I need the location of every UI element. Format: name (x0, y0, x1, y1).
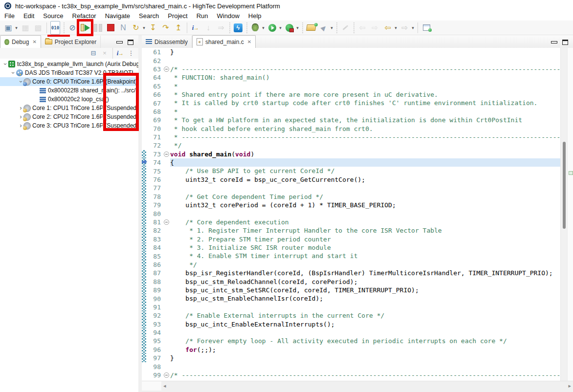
dropdown-caret-icon[interactable]: ▾ (295, 25, 300, 30)
fold-collapse-icon[interactable] (164, 152, 169, 157)
forward-button[interactable]: ⇨▾ (398, 22, 416, 34)
dropdown-caret-icon[interactable]: ▾ (261, 25, 265, 30)
code-line[interactable]: 97} (142, 354, 560, 362)
vertical-scrollbar[interactable] (560, 48, 567, 381)
code-line[interactable]: 92 /* Enable External interrupts in the … (142, 311, 560, 320)
instruction-stepping-button[interactable]: i→ (115, 48, 126, 58)
horizontal-scrollbar[interactable]: ◂ ▸ (161, 381, 573, 391)
code-line[interactable]: 75 /* Use BSP API to get current CoreId … (142, 167, 560, 175)
code-line[interactable]: 78 /* Get Core dependent Time period */ (142, 193, 560, 201)
debug-button[interactable]: ▾ (249, 22, 266, 34)
menu-project[interactable]: Project (163, 12, 192, 21)
breakpoint-ruler[interactable] (142, 243, 146, 252)
tab-disassembly[interactable]: Disassembly (142, 36, 192, 48)
external-tools-button[interactable]: ▶▾ (317, 22, 334, 34)
breakpoint-ruler[interactable] (142, 90, 146, 99)
menu-source[interactable]: Source (39, 12, 67, 21)
breakpoint-ruler[interactable] (142, 252, 146, 260)
code-line[interactable]: 76 uint32_t coreId = bsp_uc_core_GetCurr… (142, 175, 560, 184)
tree-expander-icon[interactable]: › (2, 61, 9, 67)
core2-node[interactable]: ›Core 2: CPU2 TriCore 1.6P(Suspended) (0, 112, 138, 121)
code-line[interactable]: 71 * -----------------------------------… (142, 133, 560, 141)
scroll-left-arrow-icon[interactable]: ◂ (163, 383, 166, 389)
breakpoint-ruler[interactable] (142, 150, 146, 158)
run-button[interactable]: ▾ (266, 22, 283, 34)
pin-editor-button[interactable] (420, 22, 433, 34)
minimize-icon[interactable] (116, 41, 123, 44)
code-line[interactable]: 95 /* Forever empty loop - All activity … (142, 337, 560, 345)
fold-collapse-icon[interactable] (164, 219, 169, 225)
source-editor[interactable]: 61}6263/* ------------------------------… (142, 48, 560, 381)
breakpoint-ruler[interactable] (142, 201, 146, 209)
dropdown-caret-icon[interactable]: ▾ (278, 25, 283, 30)
breakpoint-ruler[interactable] (142, 354, 146, 362)
code-line[interactable]: 79 uint32_t corePeriod = (coreId + 1) * … (142, 201, 560, 209)
restart-button[interactable]: ↻▾ (130, 22, 147, 34)
code-line[interactable]: 83 * 2. Prepare STM timer period counter (142, 235, 560, 243)
breakpoint-ruler[interactable] (142, 158, 146, 167)
dropdown-caret-icon[interactable]: ▾ (142, 25, 146, 30)
core1-node[interactable]: ›Core 1: CPU1 TriCore 1.6P(Suspended) (0, 104, 138, 112)
close-tab-icon[interactable]: ✕ (247, 39, 251, 44)
tree-expander-icon[interactable]: › (10, 70, 17, 76)
terminate-button[interactable] (104, 22, 117, 34)
code-line[interactable]: 77 (142, 184, 560, 192)
code-line[interactable]: 98 (142, 362, 560, 370)
code-line[interactable]: 99/* -----------------------------------… (142, 371, 560, 379)
close-tab-icon[interactable]: ✕ (32, 39, 36, 44)
code-line[interactable]: 96 for(;;); (142, 346, 560, 354)
code-line[interactable]: 85 * 4. Enable STM timer interrupt and s… (142, 252, 560, 260)
menu-window[interactable]: Window (213, 12, 244, 21)
code-line[interactable]: 72 */ (142, 141, 560, 150)
code-line[interactable]: 67 * It is called by crt0 startup code a… (142, 99, 560, 107)
maximize-icon[interactable] (562, 40, 568, 45)
code-line[interactable]: 66 * Shared entry point if there are mor… (142, 90, 560, 99)
code-line[interactable]: 90 bsp_uc_stm_EnableChannelIsr(coreId); (142, 294, 560, 303)
board-node[interactable]: ›DAS JDS TriBoard TC387 V2.0 TB34IOTI (0, 68, 138, 77)
breakpoint-ruler[interactable] (142, 226, 146, 235)
open-binary-button[interactable]: 010 (49, 22, 62, 34)
breakpoint-ruler[interactable] (142, 311, 146, 320)
code-line[interactable]: 91 (142, 303, 560, 311)
breakpoint-ruler[interactable] (142, 65, 146, 73)
breakpoint-ruler[interactable] (142, 286, 146, 294)
flash-device-button[interactable]: ϟ (232, 22, 244, 34)
run-coverage-button[interactable]: ▾ (283, 22, 300, 34)
breakpoint-ruler[interactable] (142, 167, 146, 175)
breakpoint-ruler[interactable] (142, 362, 146, 370)
menu-refactor[interactable]: Refactor (68, 12, 101, 21)
frame-shared-main-node[interactable]: 0x800022f8 shared_main(): ../src/sha (0, 86, 138, 95)
tab-debug[interactable]: Debug✕ (0, 35, 41, 48)
scroll-right-arrow-icon[interactable]: ▸ (568, 383, 571, 389)
breakpoint-ruler[interactable] (142, 294, 146, 303)
maximize-icon[interactable] (128, 40, 133, 45)
dropdown-caret-icon[interactable]: ▾ (411, 25, 415, 30)
tab-project-explorer[interactable]: Project Explorer (41, 36, 101, 48)
code-line[interactable]: 81 /* Core dependent execution (142, 218, 560, 226)
skip-all-breakpoints-button[interactable]: ⊘ (66, 22, 79, 34)
step-over-button[interactable]: ↷ (159, 22, 172, 34)
code-line[interactable]: 88 bsp_uc_stm_ReloadChannel(coreId, core… (142, 278, 560, 286)
breakpoint-ruler[interactable] (142, 56, 146, 65)
breakpoint-ruler[interactable] (142, 184, 146, 192)
code-line[interactable]: 93 bsp_uc_intc_EnableExternalInterrupts(… (142, 320, 560, 328)
breakpoint-ruler[interactable] (142, 209, 146, 218)
menu-help[interactable]: Help (244, 12, 266, 21)
code-line[interactable]: 68 * (142, 108, 560, 116)
code-line[interactable]: 94 (142, 328, 560, 337)
fold-collapse-icon[interactable] (164, 66, 169, 72)
folding-ruler[interactable] (163, 372, 170, 378)
breakpoint-ruler[interactable] (142, 133, 146, 141)
code-line[interactable]: 73void shared_main(void) (142, 150, 560, 158)
disconnect-button[interactable]: N (117, 22, 130, 34)
launch-node[interactable]: ›tc38x_bsp_example_llvm_launch (Aurix De… (0, 60, 138, 68)
code-line[interactable]: 70 * hook called before entering shared_… (142, 125, 560, 133)
code-line[interactable]: 86 */ (142, 261, 560, 269)
code-line[interactable]: 63/* -----------------------------------… (142, 65, 560, 73)
breakpoint-ruler[interactable] (142, 108, 146, 116)
core3-node[interactable]: ›Core 3: CPU3 TriCore 1.6P(Suspended) (0, 121, 138, 130)
back-button[interactable]: ⇦▾ (381, 22, 398, 34)
breakpoint-ruler[interactable] (142, 320, 146, 328)
breakpoint-ruler[interactable] (142, 337, 146, 345)
code-line[interactable]: 80 (142, 209, 560, 218)
